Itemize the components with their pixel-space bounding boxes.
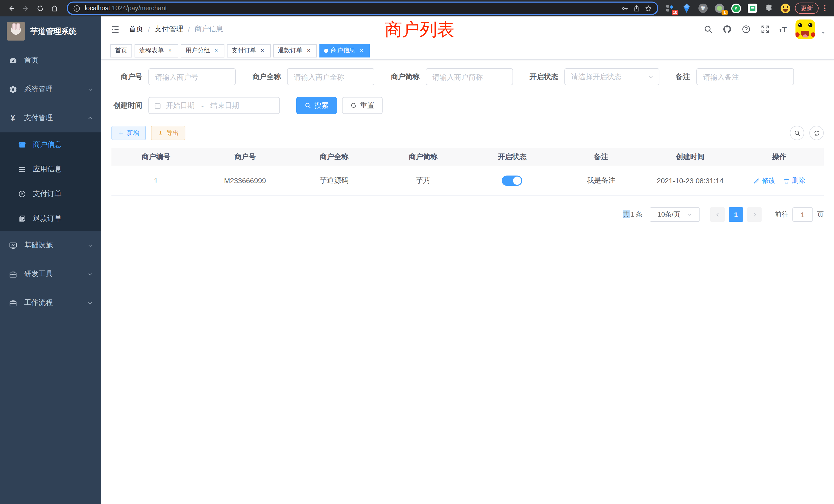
cell-actions: 修改 删除 xyxy=(734,166,824,195)
tag-process-form[interactable]: 流程表单 × xyxy=(135,44,178,57)
help-icon[interactable] xyxy=(741,24,751,35)
tag-user-group[interactable]: 用户分组 × xyxy=(181,44,224,57)
bookmark-star-icon[interactable] xyxy=(644,4,652,12)
cell-short-name: 芋艿 xyxy=(378,166,467,195)
short-name-input[interactable] xyxy=(426,68,513,85)
status-select[interactable]: 请选择开启状态 xyxy=(564,68,659,85)
sidebar-item-refund-orders[interactable]: 退款订单 xyxy=(0,206,101,231)
extension-workflow-icon[interactable]: 10 xyxy=(664,3,676,14)
prev-page-button[interactable] xyxy=(710,207,725,222)
page-number-button[interactable]: 1 xyxy=(729,207,743,222)
pagination-total: 共 1 条 xyxy=(623,210,642,219)
tag-label: 支付订单 xyxy=(232,46,256,55)
remark-input[interactable] xyxy=(696,68,794,85)
browser-back-button[interactable] xyxy=(5,2,18,14)
tag-label: 退款订单 xyxy=(278,46,303,55)
sidebar-item-merchant-info[interactable]: 商户信息 xyxy=(0,132,101,157)
add-button[interactable]: 新增 xyxy=(111,126,146,140)
export-button[interactable]: 导出 xyxy=(151,126,185,140)
extension-gem-icon[interactable] xyxy=(681,3,692,14)
end-date-placeholder: 结束日期 xyxy=(210,101,239,110)
tag-payment-orders[interactable]: 支付订单 × xyxy=(227,44,271,57)
refresh-table-button[interactable] xyxy=(809,126,824,140)
close-icon[interactable]: × xyxy=(358,47,365,54)
reload-icon xyxy=(36,4,44,12)
cell-merchant-id: 1 xyxy=(111,166,200,195)
sidebar-item-payment-orders[interactable]: 支付订单 xyxy=(0,182,101,206)
top-navbar: 首页 / 支付管理 / 商户信息 商户列表 xyxy=(101,17,834,42)
dashboard-icon xyxy=(8,56,18,65)
full-name-input[interactable] xyxy=(287,68,374,85)
filter-label: 商户简称 xyxy=(391,72,420,81)
column-header: 备注 xyxy=(557,148,646,166)
breadcrumb-home[interactable]: 首页 xyxy=(129,25,143,34)
sidebar-logo[interactable]: 芋道管理系统 xyxy=(0,17,101,46)
password-key-icon[interactable] xyxy=(621,4,629,12)
extension-command-icon[interactable]: ⌘ xyxy=(697,3,709,14)
logo-image xyxy=(7,22,25,41)
browser-menu-button[interactable] xyxy=(821,3,829,14)
sidebar-item-infrastructure[interactable]: 基础设施 xyxy=(0,231,101,260)
sidebar-item-payment[interactable]: ¥ 支付管理 xyxy=(0,104,101,132)
page-size-select[interactable]: 10条/页 xyxy=(650,207,700,222)
browser-update-button[interactable]: 更新 xyxy=(795,3,818,14)
site-info-icon[interactable] xyxy=(73,4,81,12)
filter-create-time: 创建时间 开始日期 - 结束日期 xyxy=(111,97,280,114)
extension-badge: 1 xyxy=(722,10,728,16)
extensions-puzzle-icon[interactable] xyxy=(763,3,774,14)
pagination-jumper: 前往 页 xyxy=(775,207,824,222)
toggle-search-button[interactable] xyxy=(790,126,804,140)
column-header: 商户简称 xyxy=(378,148,467,166)
back-arrow-icon xyxy=(7,4,15,12)
merchant-no-input[interactable] xyxy=(148,68,236,85)
sidebar-item-dev-tools[interactable]: 研发工具 xyxy=(0,260,101,289)
close-icon[interactable]: × xyxy=(167,47,174,54)
chevron-up-icon xyxy=(87,115,93,121)
sidebar-item-workflow[interactable]: 工作流程 xyxy=(0,289,101,317)
sidebar-item-label: 退款订单 xyxy=(33,214,62,223)
close-icon[interactable]: × xyxy=(213,47,220,54)
status-toggle[interactable] xyxy=(502,176,522,186)
kebab-menu-icon xyxy=(821,4,829,12)
goto-page-input[interactable] xyxy=(792,207,813,222)
sidebar-item-app-info[interactable]: 应用信息 xyxy=(0,157,101,182)
tag-refund-orders[interactable]: 退款订单 × xyxy=(273,44,317,57)
shop-icon xyxy=(18,140,26,149)
extension-proxy-icon[interactable]: 1 xyxy=(714,3,725,14)
search-icon[interactable] xyxy=(703,24,713,35)
browser-home-button[interactable] xyxy=(48,2,61,14)
edit-link[interactable]: 修改 xyxy=(753,176,775,185)
delete-link[interactable]: 删除 xyxy=(783,176,805,185)
profile-emoji-icon[interactable] xyxy=(780,3,791,14)
reset-button[interactable]: 重置 xyxy=(342,97,382,114)
close-icon[interactable]: × xyxy=(305,47,312,54)
extension-chat-icon[interactable] xyxy=(747,3,758,14)
address-bar[interactable]: localhost:1024/pay/merchant xyxy=(67,2,658,15)
sidebar-collapse-button[interactable] xyxy=(109,24,121,35)
extension-y-icon[interactable]: Y xyxy=(730,3,742,14)
user-avatar[interactable] xyxy=(795,20,815,39)
github-icon[interactable] xyxy=(722,24,732,35)
fullscreen-icon[interactable] xyxy=(760,24,770,35)
sidebar-item-system[interactable]: 系统管理 xyxy=(0,75,101,104)
plus-icon xyxy=(118,130,124,136)
sidebar-item-home[interactable]: 首页 xyxy=(0,46,101,75)
page-content: 商户号 商户全称 商户简称 开启状态 请选择开启状态 xyxy=(101,60,834,504)
filter-full-name: 商户全称 xyxy=(252,68,374,85)
create-time-range-picker[interactable]: 开始日期 - 结束日期 xyxy=(148,97,280,114)
chevron-down-icon xyxy=(87,243,93,248)
sidebar-item-label: 工作流程 xyxy=(24,298,53,307)
close-icon[interactable]: × xyxy=(259,47,266,54)
user-menu-caret-icon[interactable] xyxy=(821,30,826,36)
browser-forward-button[interactable] xyxy=(20,2,32,14)
font-size-icon[interactable]: TT xyxy=(779,25,787,33)
tag-merchant-info[interactable]: 商户信息 × xyxy=(320,44,370,57)
monitor-icon xyxy=(8,241,18,250)
share-icon[interactable] xyxy=(633,4,640,12)
search-button[interactable]: 搜索 xyxy=(296,97,337,114)
next-page-button[interactable] xyxy=(747,207,762,222)
browser-reload-button[interactable] xyxy=(34,2,46,14)
tag-home[interactable]: 首页 xyxy=(110,44,132,57)
breadcrumb-section[interactable]: 支付管理 xyxy=(155,25,183,34)
cell-status xyxy=(467,166,557,195)
